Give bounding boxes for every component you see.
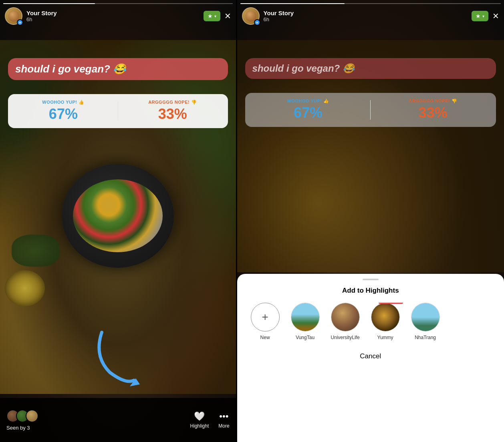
highlight-item-new[interactable]: + New [249,303,281,340]
highlight-circle-nha [411,303,440,332]
right-question-text: should i go vegan? 😂 [252,63,489,74]
highlight-item-nhatrang[interactable]: NhaTrang [409,303,442,340]
bowl-image [62,164,174,268]
right-poll-option-yes: WOOHOO YUP! 👍 67% [251,98,366,121]
right-question-sticker: should i go vegan? 😂 [245,58,496,79]
more-action[interactable]: ••• More [218,411,229,429]
right-poll-yes-label: WOOHOO YUP! 👍 [287,98,329,104]
poll-option-no[interactable]: ARGGGGG NOPE! 👎 33% [123,100,222,123]
sheet-handle [363,279,379,280]
story-time: 6h [26,16,200,22]
add-to-highlights-sheet: Add to Highlights + New VungTau Universi… [237,274,504,442]
highlight-label-vungtau: VungTau [296,335,314,340]
right-story-title: Your Story [264,10,468,16]
seen-by-text: Seen by 3 [6,425,190,431]
chevron-down-icon: ▾ [214,14,216,18]
highlight-circle-yummy [371,303,400,332]
avatar-plus-icon: + [17,19,23,26]
viewer-avatar-3 [26,410,38,422]
progress-fill [3,3,95,4]
right-story-header: + Your Story 6h ★ ▾ ✕ [237,7,504,25]
poll-yes-pct: 67% [49,106,78,123]
highlight-item-vungtau[interactable]: VungTau [289,303,321,340]
plus-icon: + [262,311,268,323]
highlight-action[interactable]: 🤍 Highlight [190,411,209,429]
highlights-row: + New VungTau UniversityLife HOTPOT STOR… [237,303,504,340]
right-poll-no-pct: 33% [419,104,448,121]
progress-bar [3,3,233,4]
right-header-info: Your Story 6h [264,10,468,22]
right-close-icon[interactable]: ✕ [492,11,499,21]
more-icon: ••• [219,411,228,422]
sheet-title: Add to Highlights [342,287,399,295]
highlight-label-new: New [260,335,270,340]
right-avatar-plus-icon: + [254,19,260,26]
right-header-actions: ★ ▾ ✕ [472,11,499,21]
avatar-container[interactable]: + [5,7,22,25]
poll-yes-label: WOOHOO YUP! 👍 [42,100,84,105]
highlight-label-uni: UniversityLife [331,335,360,340]
right-star-icon: ★ [476,13,481,19]
right-progress-bar [240,3,501,4]
swipe-arrow [78,324,158,390]
star-icon: ★ [208,13,213,19]
right-story-panel: + Your Story 6h ★ ▾ ✕ should i go vegan?… [237,0,504,442]
header-actions: ★ ▾ ✕ [204,11,231,21]
chickpeas-image [5,270,45,306]
highlight-circle-new: + [251,303,280,332]
poll-divider [118,101,118,121]
story-title: Your Story [26,10,200,16]
right-story-time: 6h [264,16,468,22]
highlight-circle-vungtau [291,303,320,332]
star-button[interactable]: ★ ▾ [204,11,220,21]
right-star-button[interactable]: ★ ▾ [472,11,488,21]
right-poll-yes-pct: 67% [294,104,323,121]
cancel-button[interactable]: Cancel [360,352,381,360]
story-bottom-bar: Seen by 3 🤍 Highlight ••• More [0,398,236,442]
question-sticker: should i go vegan? 😂 [8,58,228,80]
highlight-label-yummy: Yummy [377,335,393,340]
right-poll-divider [370,100,371,120]
poll-option-yes[interactable]: WOOHOO YUP! 👍 67% [14,100,113,123]
right-chevron-down-icon: ▾ [482,14,484,18]
right-progress-fill [240,3,345,4]
right-poll-option-no: ARGGGGG NOPE! 👎 33% [375,98,490,121]
right-avatar-container[interactable]: + [242,7,260,25]
left-story-panel: + Your Story 6h ★ ▾ ✕ should i go vegan?… [0,0,236,442]
highlight-circle-uni [331,303,360,332]
story-header: + Your Story 6h ★ ▾ ✕ [0,7,236,25]
highlight-label: Highlight [190,423,209,429]
highlight-item-yummy[interactable]: HOTPOT STORY Yummy [369,303,401,340]
bottom-actions: 🤍 Highlight ••• More [190,411,230,429]
poll-widget: WOOHOO YUP! 👍 67% ARGGGGG NOPE! 👎 33% [8,94,228,128]
header-info: Your Story 6h [26,10,200,22]
hotpot-badge: HOTPOT STORY [379,303,403,304]
poll-no-pct: 33% [158,106,187,123]
right-poll-widget: WOOHOO YUP! 👍 67% ARGGGGG NOPE! 👎 33% [245,93,496,127]
close-icon[interactable]: ✕ [224,11,231,21]
greens-image [12,235,60,267]
heart-icon: 🤍 [194,411,205,422]
highlight-item-universitylife[interactable]: UniversityLife [329,303,361,340]
question-text: should i go vegan? 😂 [15,63,221,75]
more-label: More [218,423,229,429]
poll-no-label: ARGGGGG NOPE! 👎 [148,100,197,105]
right-poll-no-label: ARGGGGG NOPE! 👎 [409,98,457,104]
viewers-section: Seen by 3 [6,410,190,431]
viewer-avatars [6,410,190,422]
highlight-label-nhatrang: NhaTrang [415,335,436,340]
